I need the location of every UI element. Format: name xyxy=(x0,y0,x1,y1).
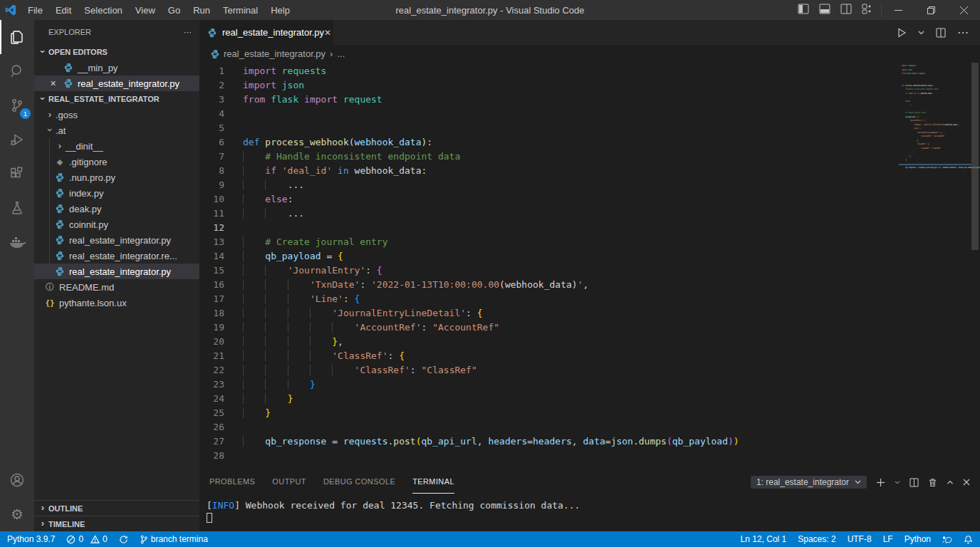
open-editor-item[interactable]: ✕real_estate_integrator.py xyxy=(34,75,199,91)
language-mode-item[interactable]: Python xyxy=(905,534,931,544)
outline-section[interactable]: › OUTLINE xyxy=(34,500,199,516)
activity-explorer-icon[interactable] xyxy=(0,20,34,54)
folder-item[interactable]: ›.goss xyxy=(34,107,199,123)
code-line[interactable]: 'ClassRef': "ClassRef" xyxy=(243,363,980,377)
python-interpreter-item[interactable]: Python 3.9.7 xyxy=(7,534,55,544)
file-item[interactable]: ⓘREADME.md xyxy=(34,279,199,295)
code-line[interactable]: from flask import request xyxy=(243,93,980,107)
code-line[interactable]: qb_payload = { xyxy=(243,249,980,264)
code-line[interactable]: 'AccountRef': "AccountRef" xyxy=(243,321,980,335)
code-line[interactable]: } xyxy=(243,377,980,392)
split-editor-icon[interactable] xyxy=(936,28,946,38)
code-line[interactable]: qb_response = requests.post(qb_api_url, … xyxy=(243,434,980,449)
new-terminal-dropdown-icon[interactable] xyxy=(895,481,900,484)
problems-item[interactable]: 0 0 xyxy=(66,534,107,544)
code-line[interactable]: # Create journal entry xyxy=(243,235,980,249)
new-terminal-icon[interactable] xyxy=(876,478,885,487)
file-item[interactable]: deak.py xyxy=(34,201,199,217)
code-editor[interactable]: 1234567891011121314151617181920212223242… xyxy=(199,63,980,471)
branch-item[interactable]: branch termina xyxy=(140,534,208,544)
code-line[interactable]: import json xyxy=(243,78,980,93)
menu-help[interactable]: Help xyxy=(264,5,296,16)
folder-item[interactable]: ›.at xyxy=(34,123,199,138)
folder-item[interactable]: ›__dinit__ xyxy=(34,138,199,154)
panel-tab-problems[interactable]: PROBLEMS xyxy=(209,471,255,494)
settings-gear-icon[interactable]: ⚙ xyxy=(0,497,34,531)
menu-edit[interactable]: Edit xyxy=(49,5,78,16)
tab-close-icon[interactable]: ✕ xyxy=(324,28,331,38)
code-line[interactable] xyxy=(243,221,980,235)
code-line[interactable] xyxy=(243,107,980,121)
file-item[interactable]: .nun.pro.py xyxy=(34,170,199,185)
file-item[interactable]: {}pythante.lson.ux xyxy=(34,295,199,311)
eol-item[interactable]: LF xyxy=(883,534,893,544)
breadcrumb-more[interactable]: ... xyxy=(337,48,345,59)
toggle-secondary-sidebar-icon[interactable] xyxy=(840,4,852,16)
minimap[interactable]: import requestsimport jsonfrom flask imp… xyxy=(902,63,970,174)
code-line[interactable] xyxy=(243,121,980,135)
editor-scrollbar[interactable] xyxy=(970,63,980,471)
code-line[interactable]: def process_webhook(webhook_data): xyxy=(243,135,980,150)
code-content[interactable]: import requestsimport jsonfrom flask imp… xyxy=(243,64,980,463)
encoding-item[interactable]: UTF-8 xyxy=(848,534,872,544)
run-python-file-icon[interactable] xyxy=(897,28,907,38)
cursor-position-item[interactable]: Ln 12, Col 1 xyxy=(741,534,787,544)
menu-run[interactable]: Run xyxy=(187,5,217,16)
notifications-bell-icon[interactable] xyxy=(964,535,973,544)
activity-source-control-icon[interactable]: 1 xyxy=(0,88,34,123)
terminal-output[interactable]: [INFO] Webhook received for deal 12345. … xyxy=(199,494,980,523)
file-item[interactable]: real_estate_integrator.re... xyxy=(34,248,199,264)
open-editors-header[interactable]: › OPEN EDITORS xyxy=(34,44,199,60)
kill-terminal-trash-icon[interactable] xyxy=(928,478,937,487)
menu-selection[interactable]: Selection xyxy=(78,5,128,16)
code-line[interactable]: 'ClassRef': { xyxy=(243,349,980,363)
menu-file[interactable]: File xyxy=(21,5,49,16)
breadcrumb-file[interactable]: real_estate_integrator.py xyxy=(224,48,325,59)
scrollbar-slider[interactable] xyxy=(971,63,979,250)
minimize-button[interactable] xyxy=(882,0,914,20)
toggle-panel-icon[interactable] xyxy=(819,4,830,16)
code-line[interactable]: 'JournalEntryLineDetail': { xyxy=(243,306,980,321)
file-item[interactable]: ◆.gitignore xyxy=(34,154,199,170)
activity-run-debug-icon[interactable] xyxy=(0,123,34,157)
menu-view[interactable]: View xyxy=(129,5,162,16)
panel-tab-output[interactable]: OUTPUT xyxy=(272,471,306,494)
sync-item[interactable] xyxy=(119,535,128,544)
file-item[interactable]: index.py xyxy=(34,185,199,201)
open-editor-item[interactable]: __min_py xyxy=(34,60,199,75)
panel-tab-debug-console[interactable]: DEBUG CONSOLE xyxy=(323,471,395,494)
menu-go[interactable]: Go xyxy=(162,5,187,16)
toggle-sidebar-icon[interactable] xyxy=(798,4,809,16)
code-line[interactable]: }, xyxy=(243,335,980,349)
activity-search-icon[interactable] xyxy=(0,54,34,88)
indentation-item[interactable]: Spaces: 2 xyxy=(798,534,835,544)
breadcrumb[interactable]: real_estate_integrator.py › ... xyxy=(199,45,980,63)
feedback-icon[interactable] xyxy=(942,535,952,544)
code-line[interactable]: ... xyxy=(243,207,980,221)
terminal-selector[interactable]: 1: real_estate_integrator xyxy=(751,476,867,489)
code-line[interactable] xyxy=(243,449,980,463)
code-line[interactable] xyxy=(243,420,980,434)
file-item[interactable]: real_estate_integrator.py xyxy=(34,232,199,248)
code-line[interactable]: else: xyxy=(243,192,980,207)
panel-tab-terminal[interactable]: TERMINAL xyxy=(412,471,454,494)
code-line[interactable]: 'JournalEntry': { xyxy=(243,264,980,278)
activity-extensions-icon[interactable] xyxy=(0,157,34,191)
code-line[interactable]: } xyxy=(243,392,980,406)
project-section-header[interactable]: › REAL_ESTATE_INTEGRATOR xyxy=(34,91,199,107)
run-dropdown-chevron-icon[interactable] xyxy=(918,31,924,35)
tab-real-estate-integrator[interactable]: real_estate_integrator.py ✕ xyxy=(199,20,333,45)
restore-button[interactable] xyxy=(914,0,947,20)
close-window-button[interactable] xyxy=(947,0,980,20)
split-terminal-icon[interactable] xyxy=(909,478,919,487)
maximize-panel-icon[interactable] xyxy=(947,480,954,484)
code-line[interactable]: import requests xyxy=(243,64,980,78)
code-line[interactable]: # Handle inconsistent endpoint data xyxy=(243,150,980,164)
code-line[interactable]: if 'deal_id' in webhook_data: xyxy=(243,164,980,178)
explorer-actions-icon[interactable]: ⋯ xyxy=(184,28,192,37)
activity-testing-icon[interactable] xyxy=(0,191,34,225)
close-icon[interactable]: ✕ xyxy=(50,79,63,88)
code-line[interactable]: 'TxnDate': '2022-01-13T10:00:00.00(webho… xyxy=(243,278,980,292)
accounts-icon[interactable] xyxy=(0,463,34,497)
code-line[interactable]: ... xyxy=(243,178,980,192)
